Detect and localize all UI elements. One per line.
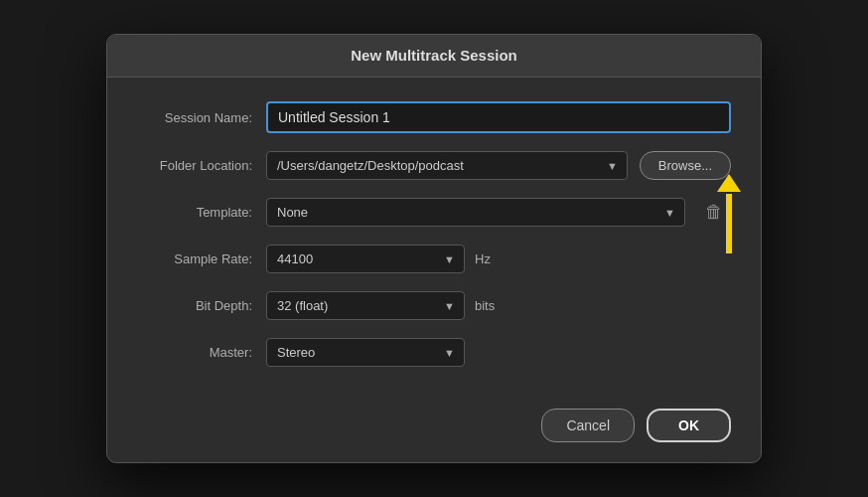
sample-rate-unit: Hz — [475, 251, 491, 266]
master-select[interactable]: Stereo Mono 5.1 7.1 — [266, 338, 465, 367]
bit-depth-select-wrapper: 16 24 32 (float) ▼ — [266, 291, 465, 320]
session-name-row: Session Name: — [137, 101, 731, 133]
session-name-label: Session Name: — [137, 110, 266, 125]
session-name-input[interactable] — [266, 101, 731, 133]
dialog-body: Session Name: Folder Location: /Users/da… — [107, 78, 761, 401]
sample-rate-row: Sample Rate: 44100 48000 88200 96000 ▼ H… — [137, 245, 731, 273]
template-select[interactable]: None — [266, 198, 685, 227]
trash-icon: 🗑 — [705, 202, 723, 223]
folder-location-row: Folder Location: /Users/dangetz/Desktop/… — [137, 151, 731, 180]
sample-rate-select-wrapper: 44100 48000 88200 96000 ▼ — [266, 245, 465, 273]
cancel-button[interactable]: Cancel — [541, 409, 635, 442]
template-row: Template: None ▼ 🗑 — [137, 198, 731, 227]
folder-location-select[interactable]: /Users/dangetz/Desktop/podcast — [266, 151, 628, 180]
folder-location-select-wrapper: /Users/dangetz/Desktop/podcast ▼ — [266, 151, 628, 180]
delete-template-button[interactable]: 🗑 — [697, 198, 731, 227]
dialog: New Multitrack Session Session Name: Fol… — [106, 34, 762, 463]
master-select-wrapper: Stereo Mono 5.1 7.1 ▼ — [266, 338, 465, 367]
ok-button[interactable]: OK — [647, 409, 731, 442]
bit-depth-row: Bit Depth: 16 24 32 (float) ▼ bits — [137, 291, 731, 320]
sample-rate-select[interactable]: 44100 48000 88200 96000 — [266, 245, 465, 273]
sample-rate-label: Sample Rate: — [137, 251, 266, 266]
template-select-wrapper: None ▼ — [266, 198, 685, 227]
master-label: Master: — [137, 345, 266, 360]
dialog-titlebar: New Multitrack Session — [107, 35, 761, 78]
dialog-footer: Cancel OK — [107, 401, 761, 442]
dialog-overlay: New Multitrack Session Session Name: Fol… — [0, 0, 868, 497]
master-row: Master: Stereo Mono 5.1 7.1 ▼ — [137, 338, 731, 367]
folder-location-label: Folder Location: — [137, 158, 266, 173]
bit-depth-label: Bit Depth: — [137, 298, 266, 313]
browse-button[interactable]: Browse... — [640, 151, 731, 180]
bit-depth-select[interactable]: 16 24 32 (float) — [266, 291, 465, 320]
bit-depth-unit: bits — [475, 298, 495, 313]
dialog-title: New Multitrack Session — [351, 47, 517, 64]
template-label: Template: — [137, 205, 266, 220]
